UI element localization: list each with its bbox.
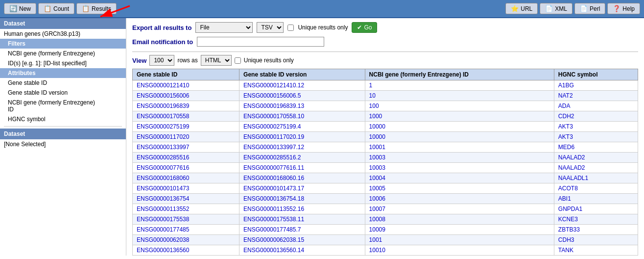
attr-ncbi-gene[interactable]: NCBI gene (formerly Entrezgene)ID <box>0 98 126 114</box>
view-unique-checkbox[interactable] <box>235 57 241 64</box>
col-gene-stable-id: Gene stable ID <box>133 69 239 80</box>
table-row: ENSG00000175538ENSG00000175538.1110008KC… <box>133 214 638 225</box>
filter-item-2[interactable]: ID(s) [e.g. 1]: [ID-list specified] <box>0 58 126 68</box>
dataset-value[interactable]: Human genes (GRCh38.p13) <box>0 29 126 39</box>
results-icon: 📋 <box>82 5 90 12</box>
count-icon: 📋 <box>44 5 51 12</box>
table-row: ENSG00000136560ENSG00000136560.1410010TA… <box>133 245 638 256</box>
col-ncbi-gene: NCBI gene (formerly Entrezgene) ID <box>365 69 554 80</box>
table-row: ENSG00000133997ENSG00000133997.1210001ME… <box>133 142 638 153</box>
xml-button[interactable]: 📄 XML <box>540 3 572 14</box>
table-row: ENSG00000177485ENSG00000177485.710009ZBT… <box>133 225 638 235</box>
count-button[interactable]: 📋 Count <box>38 3 74 14</box>
table-row: ENSG00000196839ENSG00000196839.13100ADA <box>133 101 638 111</box>
new-button[interactable]: 🔄 New <box>4 3 36 14</box>
table-row: ENSG00000121410ENSG00000121410.121A1BG <box>133 80 638 91</box>
dataset2-header: Dataset <box>0 129 126 139</box>
dataset-header: Dataset <box>0 18 126 29</box>
table-row: ENSG00000168060ENSG00000168060.1610004NA… <box>133 173 638 183</box>
format-select[interactable]: HTML TSV XLS <box>201 55 232 66</box>
dataset2-value: [None Selected] <box>0 139 126 149</box>
table-row: ENSG00000101473ENSG00000101473.1710005AC… <box>133 183 638 194</box>
table-row: ENSG00000285516ENSG00000285516.210003NAA… <box>133 153 638 163</box>
email-label: Email notification to <box>132 38 193 46</box>
section-divider <box>132 52 638 52</box>
table-row: ENSG00000077616ENSG00000077616.1110003NA… <box>133 163 638 173</box>
col-gene-stable-id-version: Gene stable ID version <box>239 69 365 80</box>
sidebar-divider <box>4 126 122 127</box>
table-row: ENSG00000062038ENSG00000062038.151001CDH… <box>133 235 638 245</box>
results-table: Gene stable ID Gene stable ID version NC… <box>132 69 638 256</box>
table-row: ENSG00000136754ENSG00000136754.1810006AB… <box>133 194 638 204</box>
export-unique-checkbox[interactable] <box>287 25 294 31</box>
export-label: Export all results to <box>132 24 191 31</box>
attr-hgnc-symbol[interactable]: HGNC symbol <box>0 114 126 124</box>
filters-header: Filters <box>0 39 126 49</box>
table-row: ENSG00000117020ENSG00000117020.1910000AK… <box>133 132 638 142</box>
go-button[interactable]: ✔ Go <box>352 22 377 33</box>
rows-select[interactable]: 10 20 50 100 <box>149 55 174 66</box>
export-format1-select[interactable]: File Compressed file Google Drive <box>195 22 253 33</box>
help-icon: ❓ <box>613 5 620 12</box>
results-button[interactable]: 📋 Results <box>76 3 117 14</box>
star-icon: ⭐ <box>511 5 519 12</box>
export-unique-label: Unique results only <box>298 24 348 31</box>
attributes-header: Attributes <box>0 68 126 78</box>
go-icon: ✔ <box>357 24 362 31</box>
table-row: ENSG00000275199ENSG00000275199.410000AKT… <box>133 122 638 132</box>
export-format2-select[interactable]: TSV CSV XLS <box>257 22 284 33</box>
col-hgnc-symbol: HGNC symbol <box>554 69 638 80</box>
table-row: ENSG00000113552ENSG00000113552.1610007GN… <box>133 204 638 214</box>
xml-icon: 📄 <box>545 5 553 12</box>
view-label: View <box>132 57 146 64</box>
help-button[interactable]: ❓ Help <box>607 3 640 14</box>
email-input[interactable] <box>197 37 324 47</box>
attr-gene-stable-id[interactable]: Gene stable ID <box>0 78 126 88</box>
table-row: ENSG00000170558ENSG00000170558.101000CDH… <box>133 111 638 122</box>
attr-gene-stable-id-version[interactable]: Gene stable ID version <box>0 88 126 98</box>
filter-item-1[interactable]: NCBI gene (formerly Entrezgene) <box>0 49 126 58</box>
rows-as-label: rows as <box>177 57 197 64</box>
new-icon: 🔄 <box>9 5 17 12</box>
table-row: ENSG00000156006ENSG00000156006.510NAT2 <box>133 91 638 101</box>
perl-button[interactable]: 📄 Perl <box>574 3 605 14</box>
url-button[interactable]: ⭐ URL <box>505 3 538 14</box>
view-unique-label: Unique results only <box>244 57 294 64</box>
perl-icon: 📄 <box>580 5 588 12</box>
